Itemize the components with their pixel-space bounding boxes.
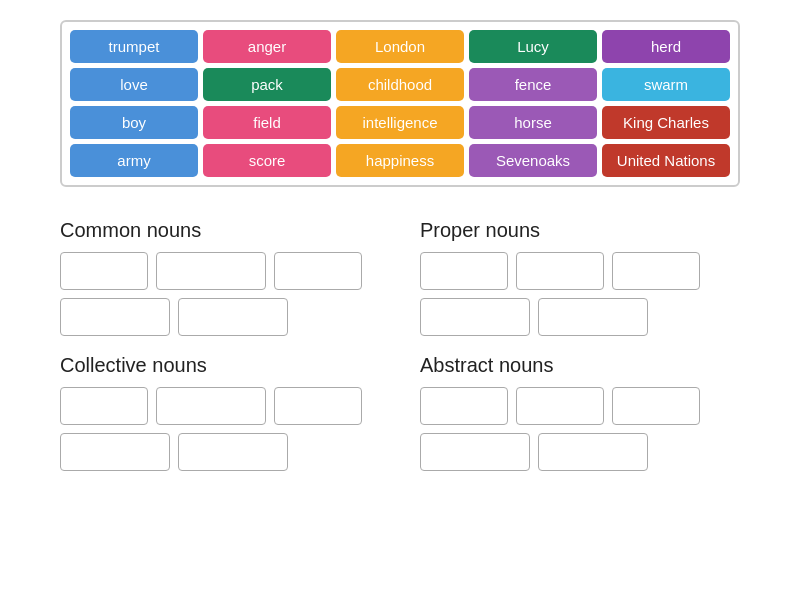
word-tile[interactable]: Lucy — [469, 30, 597, 63]
drop-zone[interactable] — [516, 387, 604, 425]
word-tile[interactable]: fence — [469, 68, 597, 101]
word-grid-wrapper: trumpetangerLondonLucyherdlovepackchildh… — [60, 20, 740, 187]
proper-nouns-title: Proper nouns — [420, 219, 740, 242]
drop-zone[interactable] — [274, 387, 362, 425]
word-tile[interactable]: field — [203, 106, 331, 139]
word-tile[interactable]: herd — [602, 30, 730, 63]
common-nouns-title: Common nouns — [60, 219, 380, 242]
drop-zone[interactable] — [538, 298, 648, 336]
main-container: trumpetangerLondonLucyherdlovepackchildh… — [0, 0, 800, 509]
category-common-nouns: Common nouns — [60, 219, 380, 344]
category-abstract-nouns: Abstract nouns — [420, 354, 740, 479]
category-proper-nouns: Proper nouns — [420, 219, 740, 344]
drop-zone[interactable] — [612, 252, 700, 290]
word-tile[interactable]: anger — [203, 30, 331, 63]
drop-zone[interactable] — [516, 252, 604, 290]
word-tile[interactable]: Sevenoaks — [469, 144, 597, 177]
abstract-nouns-row2 — [420, 433, 740, 471]
drop-zone[interactable] — [60, 252, 148, 290]
drop-zone[interactable] — [156, 252, 266, 290]
word-tile[interactable]: United Nations — [602, 144, 730, 177]
category-collective-nouns: Collective nouns — [60, 354, 380, 479]
drop-zone[interactable] — [274, 252, 362, 290]
word-grid: trumpetangerLondonLucyherdlovepackchildh… — [70, 30, 730, 177]
drop-zone[interactable] — [420, 298, 530, 336]
collective-nouns-row1 — [60, 387, 380, 425]
word-tile[interactable]: intelligence — [336, 106, 464, 139]
drop-zone[interactable] — [178, 298, 288, 336]
proper-nouns-row1 — [420, 252, 740, 290]
common-nouns-row2 — [60, 298, 380, 336]
word-tile[interactable]: trumpet — [70, 30, 198, 63]
word-tile[interactable]: childhood — [336, 68, 464, 101]
abstract-nouns-title: Abstract nouns — [420, 354, 740, 377]
drop-zone[interactable] — [60, 298, 170, 336]
word-tile[interactable]: boy — [70, 106, 198, 139]
word-tile[interactable]: London — [336, 30, 464, 63]
word-tile[interactable]: swarm — [602, 68, 730, 101]
word-tile[interactable]: pack — [203, 68, 331, 101]
drop-zone[interactable] — [612, 387, 700, 425]
word-tile[interactable]: horse — [469, 106, 597, 139]
drop-zone[interactable] — [156, 387, 266, 425]
drop-zone[interactable] — [420, 387, 508, 425]
drop-zone[interactable] — [60, 387, 148, 425]
word-tile[interactable]: score — [203, 144, 331, 177]
proper-nouns-row2 — [420, 298, 740, 336]
word-tile[interactable]: happiness — [336, 144, 464, 177]
collective-nouns-row2 — [60, 433, 380, 471]
drop-zone[interactable] — [60, 433, 170, 471]
word-tile[interactable]: love — [70, 68, 198, 101]
drop-zone[interactable] — [420, 252, 508, 290]
drop-zone[interactable] — [538, 433, 648, 471]
abstract-nouns-row1 — [420, 387, 740, 425]
common-nouns-row1 — [60, 252, 380, 290]
drop-zone[interactable] — [420, 433, 530, 471]
collective-nouns-title: Collective nouns — [60, 354, 380, 377]
word-tile[interactable]: army — [70, 144, 198, 177]
drop-zone[interactable] — [178, 433, 288, 471]
categories-container: Common nouns Proper nouns — [60, 219, 740, 489]
word-tile[interactable]: King Charles — [602, 106, 730, 139]
